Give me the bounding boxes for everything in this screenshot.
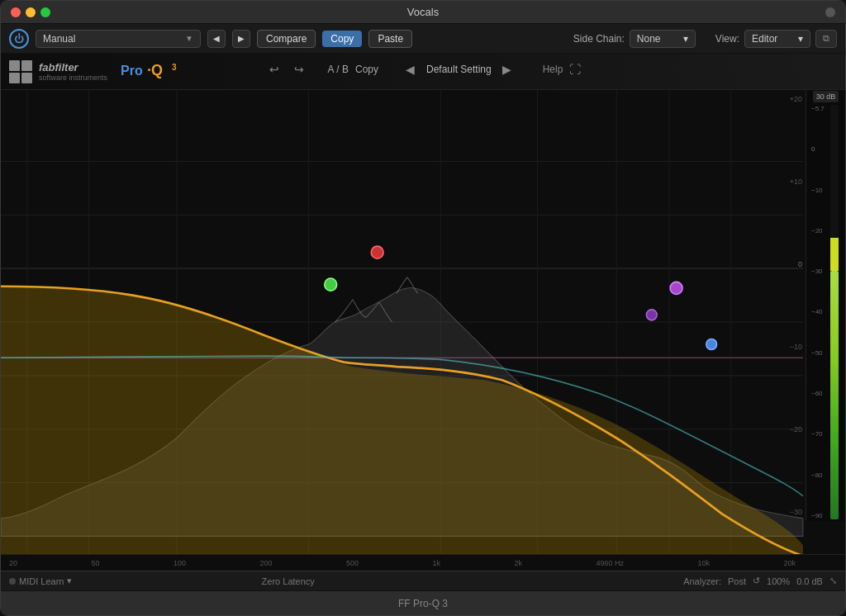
meter-scale-label: −70	[811, 430, 825, 438]
grid-cell	[21, 73, 32, 83]
meter-scale-label: −90	[811, 512, 825, 519]
resize-icon[interactable]: ⤡	[829, 576, 837, 586]
maximize-button[interactable]	[40, 7, 50, 17]
view-dropdown[interactable]: Editor ▾	[744, 30, 810, 48]
meter-scale-label: −5.7	[811, 105, 825, 112]
redo-button[interactable]: ↪	[290, 60, 308, 78]
midi-learn-button[interactable]: MIDI Learn ▾	[9, 576, 72, 586]
meter-scale-label: −60	[811, 390, 825, 397]
link-icon: ⧉	[823, 33, 829, 44]
close-button[interactable]	[11, 7, 21, 17]
grid-cell	[9, 60, 20, 71]
app-name: FF Pro-Q 3	[398, 598, 448, 609]
chevron-down-icon: ▾	[798, 33, 803, 45]
gain-meter: 30 dB −5.7 0 −10 −20 −30 −40 −50 −60 −70	[806, 90, 845, 521]
view-value: Editor	[752, 33, 777, 45]
svg-text:Pro: Pro	[121, 64, 143, 78]
title-bar: Vocals	[1, 1, 845, 24]
latency-label: Zero Latency	[262, 576, 315, 586]
pro-q-logo: Pro ·Q 3	[121, 59, 187, 82]
svg-point-22	[325, 278, 337, 291]
freq-axis: 20 50 100 200 500 1k 2k 4960 Hz 10k 20k	[1, 554, 845, 571]
svg-text:3: 3	[172, 63, 177, 72]
toolbar-copy-button[interactable]: Copy	[355, 64, 378, 75]
logo-bar: fabfilter software instruments Pro ·Q 3 …	[1, 54, 845, 90]
view-label: View:	[715, 33, 739, 45]
svg-text:·Q: ·Q	[147, 62, 163, 78]
grid-icon	[9, 60, 32, 83]
app-bottom-bar: FF Pro-Q 3	[1, 590, 845, 615]
prev-default-button[interactable]: ◀	[402, 60, 420, 78]
side-chain-dropdown[interactable]: None ▾	[630, 30, 696, 48]
freq-label: 1k	[432, 559, 440, 567]
zoom-level: 100%	[767, 576, 790, 586]
eq-toolbar: ↩ ↪ A / B Copy ◀ Default Setting ▶ Help …	[265, 60, 582, 78]
meter-scale-label: −20	[811, 227, 825, 235]
view-group: View: Editor ▾ ⧉	[715, 30, 837, 48]
next-preset-button[interactable]: ▶	[232, 30, 250, 48]
help-button[interactable]: Help	[543, 64, 563, 75]
grid-cell	[9, 73, 20, 83]
ab-button[interactable]: A / B	[328, 64, 349, 75]
power-icon: ⏻	[14, 33, 24, 45]
analyzer-value[interactable]: Post	[728, 576, 746, 586]
undo-button[interactable]: ↩	[265, 60, 283, 78]
meter-scale-label: −50	[811, 349, 825, 357]
meter-bar-container: −5.7 0 −10 −20 −30 −40 −50 −60 −70 −80 −…	[810, 105, 842, 519]
meter-track	[830, 105, 839, 519]
freq-label: 200	[259, 559, 272, 567]
plugin-window: Vocals ⏻ Manual ▼ ◀ ▶ Compare Copy Paste…	[0, 0, 846, 616]
brand-text: fabfilter software instruments	[39, 61, 107, 82]
next-default-button[interactable]: ▶	[498, 60, 516, 78]
plugin-top-bar: ⏻ Manual ▼ ◀ ▶ Compare Copy Paste Side C…	[1, 24, 845, 54]
paste-button[interactable]: Paste	[368, 30, 412, 48]
status-right: Analyzer: Post ↺ 100% 0.0 dB ⤡	[683, 576, 837, 586]
meter-scale-label: −10	[811, 187, 825, 194]
preset-name: Manual	[43, 33, 75, 45]
chevron-down-icon: ▼	[185, 34, 193, 43]
copy-button[interactable]: Copy	[322, 31, 362, 47]
chevron-down-icon: ▾	[683, 33, 688, 45]
side-chain-group: Side Chain: None ▾	[573, 30, 696, 48]
svg-point-23	[371, 246, 383, 258]
fullscreen-button[interactable]: ⛶	[569, 63, 581, 76]
freq-label: 10k	[697, 559, 710, 567]
title-bar-control	[825, 7, 835, 17]
window-title: Vocals	[407, 6, 439, 18]
svg-point-25	[706, 339, 717, 350]
latency-display: Zero Latency	[262, 576, 315, 586]
plugin-main: fabfilter software instruments Pro ·Q 3 …	[1, 54, 845, 590]
meter-scale: −5.7 0 −10 −20 −30 −40 −50 −60 −70 −80 −…	[811, 105, 825, 519]
gain-value: 0.0 dB	[796, 576, 823, 586]
meter-scale-label: 0	[811, 145, 825, 153]
analyzer-label: Analyzer:	[683, 576, 721, 586]
gain-meter-label: 30 dB	[806, 90, 845, 103]
grid-cell	[21, 60, 32, 71]
prev-preset-button[interactable]: ◀	[207, 30, 226, 48]
power-button[interactable]: ⏻	[9, 29, 29, 49]
midi-dot	[9, 578, 16, 585]
link-button[interactable]: ⧉	[815, 30, 837, 48]
freq-label: 20	[9, 559, 17, 567]
freq-label: 20k	[783, 559, 796, 567]
status-bar: MIDI Learn ▾ Zero Latency Analyzer: Post…	[1, 571, 845, 590]
meter-fill	[830, 271, 839, 519]
svg-point-24	[670, 282, 682, 294]
freq-labels: 20 50 100 200 500 1k 2k 4960 Hz 10k 20k	[9, 559, 796, 567]
reset-icon[interactable]: ↺	[753, 576, 760, 586]
traffic-lights	[11, 7, 50, 17]
compare-button[interactable]: Compare	[257, 30, 316, 48]
meter-scale-label: −30	[811, 268, 825, 275]
midi-learn-arrow: ▾	[67, 576, 72, 586]
preset-dropdown[interactable]: Manual ▼	[36, 30, 201, 48]
freq-label: 50	[91, 559, 99, 567]
midi-learn-label: MIDI Learn	[19, 576, 64, 586]
freq-label: 2k	[514, 559, 522, 567]
eq-display[interactable]: +20 +10 0 −10 −20 −30 30 dB −5.7 0 −10	[1, 90, 845, 554]
preset-name-display: Default Setting	[426, 64, 492, 75]
freq-label: 500	[346, 559, 359, 567]
svg-point-26	[646, 310, 657, 320]
brand-subtitle: software instruments	[39, 73, 107, 82]
minimize-button[interactable]	[26, 7, 36, 17]
meter-scale-label: −80	[811, 471, 825, 479]
